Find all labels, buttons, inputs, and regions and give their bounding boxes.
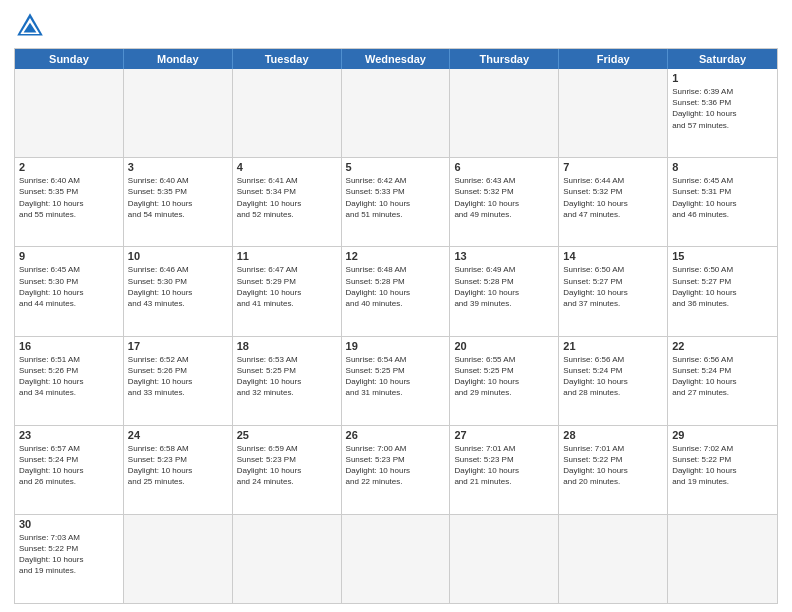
day-header-sunday: Sunday <box>15 49 124 69</box>
day-cell-14: 14Sunrise: 6:50 AMSunset: 5:27 PMDayligh… <box>559 247 668 335</box>
calendar-row-3: 16Sunrise: 6:51 AMSunset: 5:26 PMDayligh… <box>15 336 777 425</box>
cell-info: Sunrise: 6:58 AMSunset: 5:23 PMDaylight:… <box>128 443 228 488</box>
empty-cell <box>559 69 668 157</box>
day-number: 12 <box>346 250 446 262</box>
cell-info: Sunrise: 6:57 AMSunset: 5:24 PMDaylight:… <box>19 443 119 488</box>
cell-info: Sunrise: 6:43 AMSunset: 5:32 PMDaylight:… <box>454 175 554 220</box>
cell-info: Sunrise: 6:56 AMSunset: 5:24 PMDaylight:… <box>672 354 773 399</box>
empty-cell <box>450 69 559 157</box>
day-cell-29: 29Sunrise: 7:02 AMSunset: 5:22 PMDayligh… <box>668 426 777 514</box>
cell-info: Sunrise: 6:40 AMSunset: 5:35 PMDaylight:… <box>128 175 228 220</box>
day-cell-11: 11Sunrise: 6:47 AMSunset: 5:29 PMDayligh… <box>233 247 342 335</box>
day-number: 14 <box>563 250 663 262</box>
cell-info: Sunrise: 6:40 AMSunset: 5:35 PMDaylight:… <box>19 175 119 220</box>
cell-info: Sunrise: 6:59 AMSunset: 5:23 PMDaylight:… <box>237 443 337 488</box>
calendar-row-2: 9Sunrise: 6:45 AMSunset: 5:30 PMDaylight… <box>15 246 777 335</box>
header <box>14 10 778 42</box>
day-header-thursday: Thursday <box>450 49 559 69</box>
day-number: 16 <box>19 340 119 352</box>
day-number: 10 <box>128 250 228 262</box>
calendar-row-5: 30Sunrise: 7:03 AMSunset: 5:22 PMDayligh… <box>15 514 777 603</box>
day-cell-25: 25Sunrise: 6:59 AMSunset: 5:23 PMDayligh… <box>233 426 342 514</box>
day-number: 13 <box>454 250 554 262</box>
cell-info: Sunrise: 7:00 AMSunset: 5:23 PMDaylight:… <box>346 443 446 488</box>
empty-cell <box>342 515 451 603</box>
day-number: 2 <box>19 161 119 173</box>
day-cell-8: 8Sunrise: 6:45 AMSunset: 5:31 PMDaylight… <box>668 158 777 246</box>
day-cell-9: 9Sunrise: 6:45 AMSunset: 5:30 PMDaylight… <box>15 247 124 335</box>
empty-cell <box>559 515 668 603</box>
day-number: 9 <box>19 250 119 262</box>
cell-info: Sunrise: 6:50 AMSunset: 5:27 PMDaylight:… <box>563 264 663 309</box>
logo <box>14 10 50 42</box>
day-number: 11 <box>237 250 337 262</box>
cell-info: Sunrise: 6:39 AMSunset: 5:36 PMDaylight:… <box>672 86 773 131</box>
empty-cell <box>15 69 124 157</box>
day-number: 29 <box>672 429 773 441</box>
day-number: 8 <box>672 161 773 173</box>
day-cell-16: 16Sunrise: 6:51 AMSunset: 5:26 PMDayligh… <box>15 337 124 425</box>
day-number: 27 <box>454 429 554 441</box>
cell-info: Sunrise: 6:44 AMSunset: 5:32 PMDaylight:… <box>563 175 663 220</box>
calendar-header: SundayMondayTuesdayWednesdayThursdayFrid… <box>15 49 777 69</box>
logo-icon <box>14 10 46 42</box>
cell-info: Sunrise: 6:46 AMSunset: 5:30 PMDaylight:… <box>128 264 228 309</box>
cell-info: Sunrise: 6:50 AMSunset: 5:27 PMDaylight:… <box>672 264 773 309</box>
cell-info: Sunrise: 7:03 AMSunset: 5:22 PMDaylight:… <box>19 532 119 577</box>
day-cell-7: 7Sunrise: 6:44 AMSunset: 5:32 PMDaylight… <box>559 158 668 246</box>
day-cell-30: 30Sunrise: 7:03 AMSunset: 5:22 PMDayligh… <box>15 515 124 603</box>
day-number: 5 <box>346 161 446 173</box>
cell-info: Sunrise: 6:51 AMSunset: 5:26 PMDaylight:… <box>19 354 119 399</box>
cell-info: Sunrise: 6:49 AMSunset: 5:28 PMDaylight:… <box>454 264 554 309</box>
day-number: 30 <box>19 518 119 530</box>
day-cell-28: 28Sunrise: 7:01 AMSunset: 5:22 PMDayligh… <box>559 426 668 514</box>
day-cell-23: 23Sunrise: 6:57 AMSunset: 5:24 PMDayligh… <box>15 426 124 514</box>
day-cell-6: 6Sunrise: 6:43 AMSunset: 5:32 PMDaylight… <box>450 158 559 246</box>
cell-info: Sunrise: 7:01 AMSunset: 5:22 PMDaylight:… <box>563 443 663 488</box>
day-cell-15: 15Sunrise: 6:50 AMSunset: 5:27 PMDayligh… <box>668 247 777 335</box>
cell-info: Sunrise: 6:54 AMSunset: 5:25 PMDaylight:… <box>346 354 446 399</box>
day-cell-20: 20Sunrise: 6:55 AMSunset: 5:25 PMDayligh… <box>450 337 559 425</box>
day-cell-24: 24Sunrise: 6:58 AMSunset: 5:23 PMDayligh… <box>124 426 233 514</box>
day-cell-12: 12Sunrise: 6:48 AMSunset: 5:28 PMDayligh… <box>342 247 451 335</box>
day-number: 21 <box>563 340 663 352</box>
day-number: 6 <box>454 161 554 173</box>
empty-cell <box>124 69 233 157</box>
day-number: 23 <box>19 429 119 441</box>
day-number: 19 <box>346 340 446 352</box>
day-number: 18 <box>237 340 337 352</box>
day-number: 3 <box>128 161 228 173</box>
cell-info: Sunrise: 6:45 AMSunset: 5:30 PMDaylight:… <box>19 264 119 309</box>
cell-info: Sunrise: 6:48 AMSunset: 5:28 PMDaylight:… <box>346 264 446 309</box>
cell-info: Sunrise: 6:41 AMSunset: 5:34 PMDaylight:… <box>237 175 337 220</box>
day-number: 1 <box>672 72 773 84</box>
day-number: 26 <box>346 429 446 441</box>
day-number: 7 <box>563 161 663 173</box>
day-number: 17 <box>128 340 228 352</box>
day-number: 15 <box>672 250 773 262</box>
day-number: 28 <box>563 429 663 441</box>
day-cell-19: 19Sunrise: 6:54 AMSunset: 5:25 PMDayligh… <box>342 337 451 425</box>
day-header-monday: Monday <box>124 49 233 69</box>
day-cell-27: 27Sunrise: 7:01 AMSunset: 5:23 PMDayligh… <box>450 426 559 514</box>
day-cell-5: 5Sunrise: 6:42 AMSunset: 5:33 PMDaylight… <box>342 158 451 246</box>
day-cell-26: 26Sunrise: 7:00 AMSunset: 5:23 PMDayligh… <box>342 426 451 514</box>
day-header-saturday: Saturday <box>668 49 777 69</box>
calendar-row-0: 1Sunrise: 6:39 AMSunset: 5:36 PMDaylight… <box>15 69 777 157</box>
day-header-tuesday: Tuesday <box>233 49 342 69</box>
page: SundayMondayTuesdayWednesdayThursdayFrid… <box>0 0 792 612</box>
cell-info: Sunrise: 6:52 AMSunset: 5:26 PMDaylight:… <box>128 354 228 399</box>
cell-info: Sunrise: 7:02 AMSunset: 5:22 PMDaylight:… <box>672 443 773 488</box>
cell-info: Sunrise: 7:01 AMSunset: 5:23 PMDaylight:… <box>454 443 554 488</box>
cell-info: Sunrise: 6:53 AMSunset: 5:25 PMDaylight:… <box>237 354 337 399</box>
calendar: SundayMondayTuesdayWednesdayThursdayFrid… <box>14 48 778 604</box>
cell-info: Sunrise: 6:45 AMSunset: 5:31 PMDaylight:… <box>672 175 773 220</box>
cell-info: Sunrise: 6:42 AMSunset: 5:33 PMDaylight:… <box>346 175 446 220</box>
empty-cell <box>124 515 233 603</box>
empty-cell <box>450 515 559 603</box>
calendar-row-4: 23Sunrise: 6:57 AMSunset: 5:24 PMDayligh… <box>15 425 777 514</box>
day-cell-18: 18Sunrise: 6:53 AMSunset: 5:25 PMDayligh… <box>233 337 342 425</box>
day-cell-22: 22Sunrise: 6:56 AMSunset: 5:24 PMDayligh… <box>668 337 777 425</box>
cell-info: Sunrise: 6:47 AMSunset: 5:29 PMDaylight:… <box>237 264 337 309</box>
day-cell-3: 3Sunrise: 6:40 AMSunset: 5:35 PMDaylight… <box>124 158 233 246</box>
